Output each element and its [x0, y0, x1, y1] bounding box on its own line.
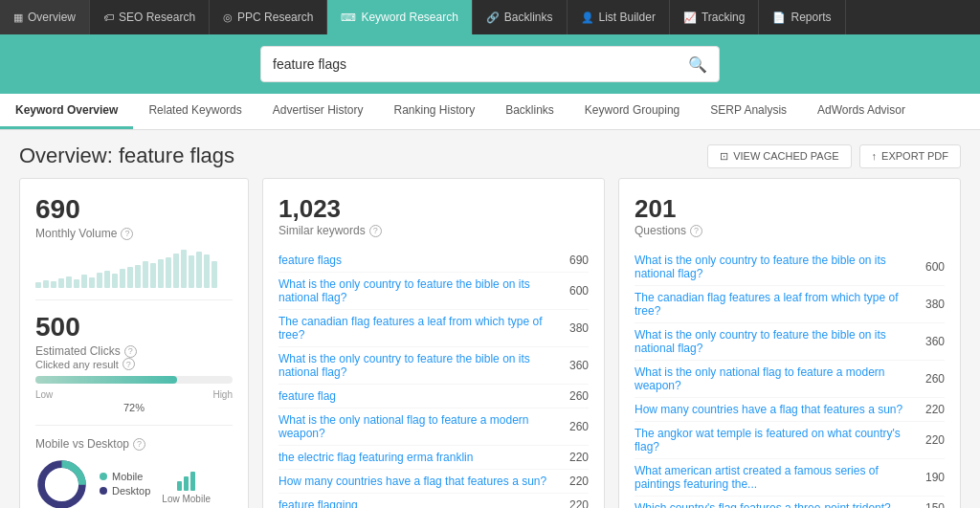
clicked-result-help-icon[interactable]: ? [122, 358, 135, 370]
similar-keywords-help-icon[interactable]: ? [369, 225, 382, 237]
kw-count-8: 220 [569, 498, 589, 508]
kw-link-3[interactable]: What is the only country to feature the … [278, 352, 569, 379]
kw-link-7[interactable]: How many countries have a flag that feat… [278, 475, 569, 488]
nav-ppc-label: PPC Research [237, 11, 313, 24]
tab-advertiser-history[interactable]: Advertiser History [257, 94, 379, 129]
similar-keywords-list: feature flags 690 What is the only count… [278, 249, 589, 508]
q-count-2: 360 [925, 335, 945, 348]
nav-ppc-research[interactable]: ◎ PPC Research [210, 0, 327, 34]
search-button[interactable]: 🔍 [688, 55, 707, 74]
similar-keywords-card: 1,023 Similar keywords ? feature flags 6… [262, 178, 605, 508]
chart-bar [127, 267, 133, 288]
search-input[interactable] [273, 56, 688, 72]
q-count-4: 220 [925, 403, 945, 416]
estimated-clicks-help-icon[interactable]: ? [124, 345, 137, 358]
low-mobile-chart [177, 468, 195, 491]
cached-icon: ⊡ [720, 150, 728, 163]
q-link-5[interactable]: The angkor wat temple is featured on wha… [635, 427, 925, 453]
estimated-clicks-number: 500 [35, 312, 233, 342]
chart-bar [97, 273, 102, 288]
kw-link-0[interactable]: feature flags [278, 254, 569, 267]
tracking-icon: 📈 [683, 11, 697, 24]
kw-link-5[interactable]: What is the only national flag to featur… [278, 413, 569, 440]
low-mobile-area: Low Mobile [162, 468, 211, 504]
kw-row-5: What is the only national flag to featur… [278, 409, 589, 446]
kw-count-3: 360 [569, 359, 589, 372]
kw-link-6[interactable]: the electric flag featuring erma frankli… [278, 451, 569, 464]
tab-keyword-grouping[interactable]: Keyword Grouping [569, 94, 695, 129]
questions-count: 201 [635, 194, 945, 224]
q-link-3[interactable]: What is the only national flag to featur… [635, 365, 925, 392]
chart-bar [89, 277, 95, 288]
kw-link-1[interactable]: What is the only country to feature the … [278, 277, 569, 304]
q-count-5: 220 [925, 433, 945, 447]
q-row-7: Which country's flag features a three-po… [635, 497, 945, 508]
q-row-1: The canadian flag features a leaf from w… [635, 286, 945, 323]
tab-serp-analysis[interactable]: SERP Analysis [695, 94, 802, 129]
export-pdf-button[interactable]: ↑ EXPORT PDF [859, 144, 961, 168]
tab-adwords-advisor[interactable]: AdWords Advisor [802, 94, 921, 129]
q-row-0: What is the only country to feature the … [635, 249, 945, 286]
chart-bar [212, 261, 217, 288]
kw-row-2: The canadian flag features a leaf from w… [278, 310, 589, 347]
q-link-6[interactable]: What american artist created a famous se… [635, 464, 925, 491]
nav-keyword-research[interactable]: ⌨ Keyword Research [327, 0, 472, 34]
q-link-2[interactable]: What is the only country to feature the … [635, 328, 925, 355]
estimated-clicks-label: Estimated Clicks ? [35, 344, 233, 358]
monthly-volume-help-icon[interactable]: ? [121, 228, 133, 240]
volume-chart [35, 250, 233, 288]
q-link-0[interactable]: What is the only country to feature the … [635, 254, 925, 280]
q-row-5: The angkor wat temple is featured on wha… [635, 422, 945, 459]
nav-reports-label: Reports [791, 11, 831, 24]
q-row-6: What american artist created a famous se… [635, 459, 945, 497]
nav-overview[interactable]: ▦ Overview [0, 0, 90, 34]
nav-seo-label: SEO Research [119, 11, 195, 24]
q-count-6: 190 [925, 471, 945, 484]
chart-bar [173, 254, 179, 288]
main-content: 690 Monthly Volume ? [0, 178, 980, 508]
chart-bar [158, 259, 164, 288]
similar-keywords-label: Similar keywords ? [278, 224, 589, 237]
kw-link-2[interactable]: The canadian flag features a leaf from w… [278, 315, 569, 342]
chart-bar [181, 250, 187, 288]
q-link-7[interactable]: Which country's flag features a three-po… [635, 501, 925, 508]
nav-tracking[interactable]: 📈 Tracking [670, 0, 760, 34]
chart-bar [43, 280, 49, 288]
questions-help-icon[interactable]: ? [690, 225, 702, 237]
q-link-1[interactable]: The canadian flag features a leaf from w… [635, 291, 925, 318]
kw-link-8[interactable]: feature flagging [278, 498, 569, 508]
header-actions: ⊡ VIEW CACHED PAGE ↑ EXPORT PDF [707, 144, 961, 168]
questions-list: What is the only country to feature the … [635, 249, 945, 508]
search-bar-area: 🔍 [0, 34, 980, 94]
list-icon: 👤 [581, 11, 594, 24]
chart-bar [104, 271, 110, 288]
nav-list-builder[interactable]: 👤 List Builder [568, 0, 670, 34]
tab-ranking-history[interactable]: Ranking History [378, 94, 490, 129]
backlinks-icon: 🔗 [486, 11, 500, 24]
kw-count-0: 690 [569, 254, 589, 267]
seo-icon: 🏷 [103, 11, 114, 23]
mobile-desktop-help-icon[interactable]: ? [133, 438, 145, 451]
chart-bar [120, 269, 125, 288]
chart-bar [189, 255, 194, 288]
questions-card: 201 Questions ? What is the only country… [618, 178, 961, 508]
chart-bar [166, 257, 171, 288]
monthly-volume-number: 690 [35, 194, 233, 225]
kw-count-2: 380 [569, 321, 589, 335]
kw-count-1: 600 [569, 284, 589, 298]
chart-bar [112, 274, 118, 288]
q-link-4[interactable]: How many countries have a flag that feat… [635, 403, 925, 416]
tab-related-keywords[interactable]: Related Keywords [133, 94, 256, 129]
tab-keyword-overview[interactable]: Keyword Overview [0, 94, 133, 129]
kw-row-3: What is the only country to feature the … [278, 347, 589, 385]
nav-reports[interactable]: 📄 Reports [759, 0, 845, 34]
reports-icon: 📄 [772, 11, 786, 24]
view-cached-button[interactable]: ⊡ VIEW CACHED PAGE [707, 144, 851, 168]
top-navigation: ▦ Overview 🏷 SEO Research ◎ PPC Research… [0, 0, 980, 34]
kw-row-1: What is the only country to feature the … [278, 273, 589, 310]
tab-backlinks[interactable]: Backlinks [490, 94, 569, 129]
kw-link-4[interactable]: feature flag [278, 389, 569, 403]
nav-seo-research[interactable]: 🏷 SEO Research [90, 0, 210, 34]
kw-row-8: feature flagging 220 [278, 494, 589, 508]
nav-backlinks[interactable]: 🔗 Backlinks [473, 0, 568, 34]
